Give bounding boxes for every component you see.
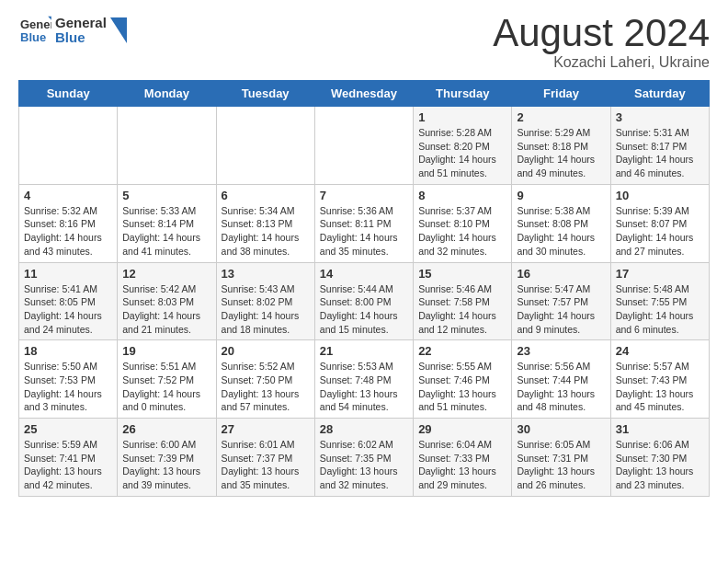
day-info: Sunrise: 6:01 AM Sunset: 7:37 PM Dayligh… (222, 438, 310, 492)
day-number: 17 (616, 267, 704, 281)
day-number: 26 (122, 422, 210, 436)
day-number: 16 (517, 267, 605, 281)
day-info: Sunrise: 5:48 AM Sunset: 7:55 PM Dayligh… (616, 282, 704, 337)
day-number: 8 (418, 189, 506, 202)
day-info: Sunrise: 5:53 AM Sunset: 7:48 PM Dayligh… (320, 360, 408, 414)
day-number: 19 (122, 344, 210, 358)
day-number: 30 (517, 422, 605, 436)
col-sunday: Sunday (19, 81, 118, 107)
col-tuesday: Tuesday (216, 81, 314, 107)
col-wednesday: Wednesday (314, 81, 413, 107)
day-number: 11 (24, 267, 112, 281)
logo: General Blue General Blue (18, 14, 127, 47)
day-info: Sunrise: 5:37 AM Sunset: 8:10 PM Dayligh… (418, 204, 506, 259)
day-info: Sunrise: 5:29 AM Sunset: 8:18 PM Dayligh… (517, 126, 605, 180)
day-number: 10 (616, 189, 704, 202)
calendar-table: Sunday Monday Tuesday Wednesday Thursday… (18, 80, 710, 497)
month-title: August 2024 (493, 14, 710, 52)
day-number: 3 (616, 110, 704, 124)
day-info: Sunrise: 5:51 AM Sunset: 7:52 PM Dayligh… (122, 360, 210, 414)
calendar-week-1: 1Sunrise: 5:28 AM Sunset: 8:20 PM Daylig… (19, 107, 710, 185)
calendar-week-2: 4Sunrise: 5:32 AM Sunset: 8:16 PM Daylig… (19, 184, 710, 262)
calendar-cell-w1-d4 (314, 107, 413, 185)
day-info: Sunrise: 5:57 AM Sunset: 7:43 PM Dayligh… (616, 360, 704, 414)
calendar-cell-w1-d2 (118, 107, 216, 185)
calendar-cell-w3-d6: 16Sunrise: 5:47 AM Sunset: 7:57 PM Dayli… (512, 262, 610, 340)
svg-text:General: General (20, 17, 51, 31)
calendar-cell-w5-d2: 26Sunrise: 6:00 AM Sunset: 7:39 PM Dayli… (118, 419, 216, 497)
day-info: Sunrise: 5:41 AM Sunset: 8:05 PM Dayligh… (24, 282, 112, 337)
page-header: General Blue General Blue August 2024 Ko… (18, 14, 710, 71)
logo-general: General (55, 16, 107, 31)
day-info: Sunrise: 5:44 AM Sunset: 8:00 PM Dayligh… (320, 282, 408, 337)
calendar-cell-w4-d7: 24Sunrise: 5:57 AM Sunset: 7:43 PM Dayli… (610, 340, 709, 419)
day-number: 4 (24, 189, 112, 202)
calendar-header-row: Sunday Monday Tuesday Wednesday Thursday… (19, 81, 710, 107)
calendar-cell-w1-d6: 2Sunrise: 5:29 AM Sunset: 8:18 PM Daylig… (512, 107, 610, 185)
day-number: 2 (517, 110, 605, 124)
calendar-cell-w1-d3 (216, 107, 314, 185)
calendar-cell-w3-d7: 17Sunrise: 5:48 AM Sunset: 7:55 PM Dayli… (610, 262, 709, 340)
calendar-cell-w2-d3: 6Sunrise: 5:34 AM Sunset: 8:13 PM Daylig… (216, 184, 314, 262)
calendar-cell-w1-d7: 3Sunrise: 5:31 AM Sunset: 8:17 PM Daylig… (610, 107, 709, 185)
day-number: 24 (616, 344, 704, 358)
day-number: 21 (320, 344, 408, 358)
calendar-cell-w4-d6: 23Sunrise: 5:56 AM Sunset: 7:44 PM Dayli… (512, 340, 610, 419)
day-number: 7 (320, 189, 408, 202)
day-info: Sunrise: 6:04 AM Sunset: 7:33 PM Dayligh… (418, 438, 506, 492)
day-info: Sunrise: 6:06 AM Sunset: 7:30 PM Dayligh… (616, 438, 704, 492)
calendar-cell-w4-d4: 21Sunrise: 5:53 AM Sunset: 7:48 PM Dayli… (314, 340, 413, 419)
logo-icon: General Blue (18, 14, 51, 47)
day-number: 15 (418, 267, 506, 281)
calendar-week-3: 11Sunrise: 5:41 AM Sunset: 8:05 PM Dayli… (19, 262, 710, 340)
col-monday: Monday (118, 81, 216, 107)
day-number: 29 (418, 422, 506, 436)
logo-blue: Blue (55, 30, 107, 46)
day-number: 5 (122, 189, 210, 202)
day-number: 14 (320, 267, 408, 281)
day-number: 28 (320, 422, 408, 436)
calendar-cell-w1-d5: 1Sunrise: 5:28 AM Sunset: 8:20 PM Daylig… (414, 107, 512, 185)
calendar-cell-w3-d3: 13Sunrise: 5:43 AM Sunset: 8:02 PM Dayli… (216, 262, 314, 340)
calendar-cell-w3-d5: 15Sunrise: 5:46 AM Sunset: 7:58 PM Dayli… (414, 262, 512, 340)
day-number: 18 (24, 344, 112, 358)
day-info: Sunrise: 5:52 AM Sunset: 7:50 PM Dayligh… (222, 360, 310, 414)
title-block: August 2024 Kozachi Laheri, Ukraine (493, 14, 710, 71)
day-info: Sunrise: 5:56 AM Sunset: 7:44 PM Dayligh… (517, 360, 605, 414)
day-info: Sunrise: 6:02 AM Sunset: 7:35 PM Dayligh… (320, 438, 408, 492)
day-info: Sunrise: 5:46 AM Sunset: 7:58 PM Dayligh… (418, 282, 506, 337)
day-number: 13 (222, 267, 310, 281)
day-number: 31 (616, 422, 704, 436)
day-number: 6 (222, 189, 310, 202)
day-number: 9 (517, 189, 605, 202)
col-thursday: Thursday (414, 81, 512, 107)
calendar-cell-w4-d1: 18Sunrise: 5:50 AM Sunset: 7:53 PM Dayli… (19, 340, 118, 419)
calendar-cell-w2-d5: 8Sunrise: 5:37 AM Sunset: 8:10 PM Daylig… (414, 184, 512, 262)
calendar-cell-w4-d2: 19Sunrise: 5:51 AM Sunset: 7:52 PM Dayli… (118, 340, 216, 419)
calendar-cell-w1-d1 (19, 107, 118, 185)
day-info: Sunrise: 5:42 AM Sunset: 8:03 PM Dayligh… (122, 282, 210, 337)
day-info: Sunrise: 5:28 AM Sunset: 8:20 PM Dayligh… (418, 126, 506, 180)
calendar-cell-w3-d2: 12Sunrise: 5:42 AM Sunset: 8:03 PM Dayli… (118, 262, 216, 340)
day-info: Sunrise: 5:50 AM Sunset: 7:53 PM Dayligh… (24, 360, 112, 414)
page-container: General Blue General Blue August 2024 Ko… (0, 0, 728, 511)
day-number: 20 (222, 344, 310, 358)
day-info: Sunrise: 5:33 AM Sunset: 8:14 PM Dayligh… (122, 204, 210, 259)
day-info: Sunrise: 6:00 AM Sunset: 7:39 PM Dayligh… (122, 438, 210, 492)
day-info: Sunrise: 5:47 AM Sunset: 7:57 PM Dayligh… (517, 282, 605, 337)
day-info: Sunrise: 5:31 AM Sunset: 8:17 PM Dayligh… (616, 126, 704, 180)
day-info: Sunrise: 5:55 AM Sunset: 7:46 PM Dayligh… (418, 360, 506, 414)
calendar-cell-w2-d6: 9Sunrise: 5:38 AM Sunset: 8:08 PM Daylig… (512, 184, 610, 262)
calendar-cell-w2-d2: 5Sunrise: 5:33 AM Sunset: 8:14 PM Daylig… (118, 184, 216, 262)
day-info: Sunrise: 5:36 AM Sunset: 8:11 PM Dayligh… (320, 204, 408, 259)
col-friday: Friday (512, 81, 610, 107)
day-number: 25 (24, 422, 112, 436)
calendar-cell-w5-d7: 31Sunrise: 6:06 AM Sunset: 7:30 PM Dayli… (610, 419, 709, 497)
calendar-cell-w4-d5: 22Sunrise: 5:55 AM Sunset: 7:46 PM Dayli… (414, 340, 512, 419)
day-number: 12 (122, 267, 210, 281)
day-info: Sunrise: 5:39 AM Sunset: 8:07 PM Dayligh… (616, 204, 704, 259)
day-number: 22 (418, 344, 506, 358)
calendar-cell-w5-d3: 27Sunrise: 6:01 AM Sunset: 7:37 PM Dayli… (216, 419, 314, 497)
day-number: 1 (418, 110, 506, 124)
calendar-cell-w5-d1: 25Sunrise: 5:59 AM Sunset: 7:41 PM Dayli… (19, 419, 118, 497)
